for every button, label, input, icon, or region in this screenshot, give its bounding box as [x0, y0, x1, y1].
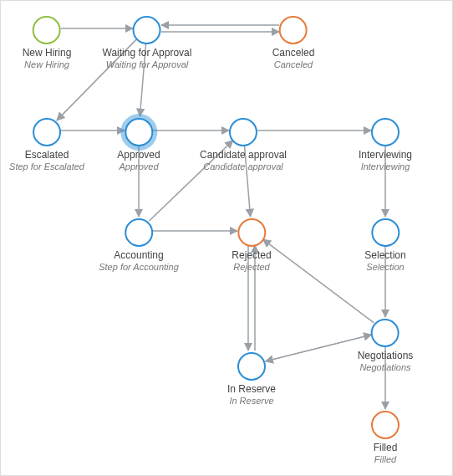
state-circle [371, 118, 400, 146]
node-subtitle: Candidate approval [200, 161, 287, 171]
node-escalated[interactable]: EscalatedStep for Escalated [9, 118, 84, 171]
state-circle [237, 352, 266, 381]
node-selection[interactable]: SelectionSelection [364, 218, 405, 272]
node-new-hiring[interactable]: New HiringNew Hiring [23, 16, 72, 69]
node-candidate-approval[interactable]: Candidate approvalCandidate approval [200, 118, 287, 171]
node-title: Rejected [232, 249, 271, 261]
node-filled[interactable]: FilledFilled [371, 411, 400, 464]
state-circle [125, 218, 153, 247]
node-subtitle: Filled [371, 454, 400, 464]
node-title: Negotiations [358, 350, 414, 361]
edge [263, 239, 374, 323]
node-subtitle: Waiting for Approval [103, 59, 192, 69]
state-circle [125, 118, 153, 146]
state-circle [133, 16, 161, 44]
node-subtitle: Approved [117, 161, 160, 171]
node-subtitle: New Hiring [23, 59, 72, 69]
node-waiting[interactable]: Waiting for ApprovalWaiting for Approval [103, 16, 192, 69]
node-title: Accounting [99, 249, 179, 261]
node-accounting[interactable]: AccountingStep for Accounting [99, 218, 179, 272]
node-subtitle: Interviewing [359, 161, 412, 171]
node-subtitle: Selection [364, 262, 405, 272]
node-title: Filled [371, 442, 400, 453]
state-circle [229, 118, 257, 146]
node-approved[interactable]: ApprovedApproved [117, 118, 160, 171]
node-subtitle: Step for Escalated [9, 161, 84, 171]
node-title: Canceled [272, 47, 315, 59]
node-title: Selection [364, 249, 405, 261]
node-title: Candidate approval [200, 149, 287, 161]
state-circle [371, 319, 400, 347]
node-subtitle: In Reserve [227, 396, 276, 406]
node-subtitle: Canceled [272, 59, 315, 69]
state-circle [33, 16, 61, 44]
node-interviewing[interactable]: InterviewingInterviewing [359, 118, 412, 171]
node-rejected[interactable]: RejectedRejected [232, 218, 271, 272]
node-subtitle: Step for Accounting [99, 262, 179, 272]
node-subtitle: Rejected [232, 262, 271, 272]
node-title: New Hiring [23, 47, 72, 59]
node-title: Approved [117, 149, 160, 161]
state-circle [33, 118, 61, 146]
state-circle [371, 411, 400, 439]
node-negotiations[interactable]: NegotiationsNegotiations [358, 319, 414, 372]
state-circle [371, 218, 400, 247]
node-in-reserve[interactable]: In ReserveIn Reserve [227, 352, 276, 406]
state-circle [279, 16, 308, 44]
node-subtitle: Negotiations [358, 362, 414, 372]
workflow-diagram: New HiringNew HiringWaiting for Approval… [0, 0, 453, 476]
node-title: In Reserve [227, 383, 276, 395]
node-title: Waiting for Approval [103, 47, 192, 59]
state-circle [237, 218, 266, 247]
edge [265, 335, 371, 361]
node-title: Interviewing [359, 149, 412, 161]
node-canceled[interactable]: CanceledCanceled [272, 16, 315, 69]
edge [265, 335, 371, 361]
node-title: Escalated [9, 149, 84, 161]
